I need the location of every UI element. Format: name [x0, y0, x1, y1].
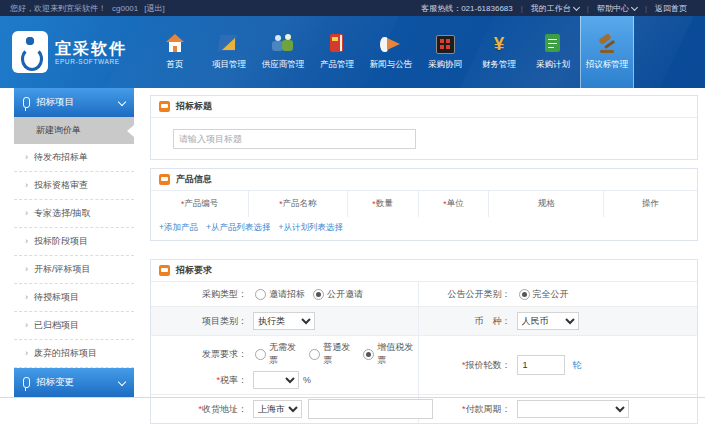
- spreadsheet-icon: [541, 34, 565, 54]
- sidebar-item-label: 待发布招标单: [34, 151, 88, 164]
- nav-label: 新闻与公告: [370, 59, 413, 71]
- nav-label: 产品管理: [320, 59, 354, 71]
- radio-normal-invoice[interactable]: [309, 349, 320, 360]
- section-heading: 产品信息: [176, 173, 212, 186]
- currency-label: 币 种：: [419, 315, 511, 328]
- sidebar-item-abandoned[interactable]: › 废弃的招标项目: [14, 340, 134, 368]
- microphone-icon: [23, 97, 30, 108]
- select-from-product-list-link[interactable]: +从产品列表选择: [206, 222, 270, 234]
- help-center-menu[interactable]: 帮助中心: [589, 3, 645, 14]
- sidebar-group-bidding-projects[interactable]: 招标项目: [14, 88, 134, 117]
- arrow-icon: ›: [25, 265, 28, 274]
- nav-item-supplier-mgmt[interactable]: 供应商管理: [256, 16, 310, 88]
- chevron-down-icon: [573, 3, 580, 10]
- app-logo[interactable]: 宜采软件 EPUR-SOFTWARE: [0, 16, 148, 88]
- sidebar-item-new-inquiry[interactable]: 新建询价单: [14, 117, 134, 144]
- column-label: 单位: [447, 198, 464, 210]
- section-header: 招标要求: [151, 260, 697, 282]
- arrow-icon: ›: [25, 153, 28, 162]
- arrow-icon: ›: [25, 209, 28, 218]
- username: cg0001: [112, 4, 138, 13]
- logout-link[interactable]: [退出]: [144, 3, 164, 14]
- tax-rate-label: *税率：: [151, 374, 247, 387]
- app-header: 宜采软件 EPUR-SOFTWARE 首页 项目管理 供应商管理 产品管理 新闻…: [0, 16, 705, 88]
- payment-cycle-select[interactable]: [517, 400, 629, 418]
- nav-item-finance-mgmt[interactable]: ¥ 财务管理: [472, 16, 526, 88]
- radio-label: 完全公开: [533, 288, 569, 301]
- delivery-address-label-text: 收货地址：: [202, 404, 247, 414]
- sidebar-item-label: 专家选择/抽取: [34, 207, 91, 220]
- sidebar-item-label: 待授标项目: [34, 291, 79, 304]
- sidebar-item-label: 开标/评标项目: [34, 263, 91, 276]
- bid-title-input[interactable]: [173, 129, 416, 149]
- main-content: 招标标题 产品信息 *产品编号 *产品名称 *数量 *单位 规格: [150, 95, 698, 424]
- form-section-icon: [159, 174, 170, 185]
- chevron-down-icon: [118, 97, 126, 105]
- invoice-label: 发票要求：: [151, 348, 247, 361]
- project-category-select[interactable]: 执行类: [253, 312, 315, 330]
- page-bottom-divider: [0, 397, 705, 398]
- workbench-menu[interactable]: 我的工作台: [523, 3, 587, 14]
- city-select[interactable]: 上海市: [253, 400, 302, 418]
- quote-rounds-unit: 轮: [573, 359, 582, 372]
- address-detail-input[interactable]: [308, 399, 433, 419]
- main-nav: 首页 项目管理 供应商管理 产品管理 新闻与公告 采购协同 ¥ 财务管理 采购计: [148, 16, 634, 88]
- sidebar-item-pending-publish[interactable]: › 待发布招标单: [14, 144, 134, 172]
- nav-item-project-mgmt[interactable]: 项目管理: [202, 16, 256, 88]
- nav-item-news[interactable]: 新闻与公告: [364, 16, 418, 88]
- active-notch: [127, 125, 134, 137]
- radio-invite-bidding[interactable]: [255, 289, 266, 300]
- sidebar-item-archived[interactable]: › 已归档项目: [14, 312, 134, 340]
- column-product-name: *产品名称: [249, 191, 347, 217]
- sidebar-group-label: 招标变更: [36, 376, 74, 389]
- form-row-invoice-rounds: 发票要求： 无需发票 普通发票 增值税发票 *税率： %: [151, 336, 697, 395]
- sidebar-item-label: 投标资格审查: [34, 179, 88, 192]
- column-label: 规格: [538, 198, 555, 210]
- sidebar-item-expert-selection[interactable]: › 专家选择/抽取: [14, 200, 134, 228]
- sidebar-item-label: 新建询价单: [36, 124, 81, 137]
- sidebar-group-bid-changes[interactable]: 招标变更: [14, 368, 134, 397]
- select-from-plan-list-link[interactable]: +从计划列表选择: [278, 222, 342, 234]
- gavel-icon: [595, 34, 619, 54]
- form-row-category-currency: 项目类别： 执行类 币 种： 人民币: [151, 307, 697, 336]
- column-label: 产品编号: [184, 198, 218, 210]
- nav-item-procurement-collab[interactable]: 采购协同: [418, 16, 472, 88]
- quote-rounds-input[interactable]: [517, 355, 565, 375]
- radio-no-invoice[interactable]: [255, 349, 266, 360]
- tax-rate-select[interactable]: [253, 371, 299, 389]
- section-header: 招标标题: [151, 96, 697, 118]
- home-icon: [163, 34, 187, 54]
- radio-open-invitation[interactable]: [313, 289, 324, 300]
- nav-label: 财务管理: [482, 59, 516, 71]
- radio-label: 公开邀请: [327, 288, 363, 301]
- red-book-icon: [325, 34, 349, 54]
- nav-label: 采购协同: [428, 59, 462, 71]
- quote-rounds-label: *报价轮数：: [419, 359, 511, 372]
- workbench-label: 我的工作台: [531, 3, 571, 14]
- sidebar-item-open-evaluate[interactable]: › 开标/评标项目: [14, 256, 134, 284]
- yen-icon: ¥: [487, 34, 511, 54]
- arrow-icon: ›: [25, 181, 28, 190]
- nav-item-procurement-plan[interactable]: 采购计划: [526, 16, 580, 88]
- product-table-header: *产品编号 *产品名称 *数量 *单位 规格 操作: [151, 191, 697, 217]
- chevron-down-icon: [631, 3, 638, 10]
- radio-label: 无需发票: [269, 341, 301, 367]
- column-label: 产品名称: [283, 198, 317, 210]
- suppliers-icon: [271, 34, 295, 54]
- nav-item-home[interactable]: 首页: [148, 16, 202, 88]
- sidebar-item-pending-award[interactable]: › 待授标项目: [14, 284, 134, 312]
- microphone-icon: [23, 377, 30, 388]
- sidebar-item-qualification-review[interactable]: › 投标资格审查: [14, 172, 134, 200]
- sidebar-item-bidding-stage[interactable]: › 投标阶段项目: [14, 228, 134, 256]
- radio-fully-public[interactable]: [519, 289, 530, 300]
- form-row-purchase-type: 采购类型： 邀请招标 公开邀请 公告公开类别： 完全公开: [151, 282, 697, 307]
- arrow-icon: ›: [25, 237, 28, 246]
- add-product-link[interactable]: +添加产品: [159, 222, 198, 234]
- radio-vat-invoice[interactable]: [363, 349, 374, 360]
- nav-item-bidding-mgmt[interactable]: 招议标管理: [580, 16, 634, 88]
- currency-select[interactable]: 人民币: [517, 312, 579, 330]
- form-section-icon: [159, 265, 170, 276]
- nav-label: 首页: [167, 59, 184, 71]
- nav-item-product-mgmt[interactable]: 产品管理: [310, 16, 364, 88]
- back-home-link[interactable]: 返回首页: [647, 3, 695, 14]
